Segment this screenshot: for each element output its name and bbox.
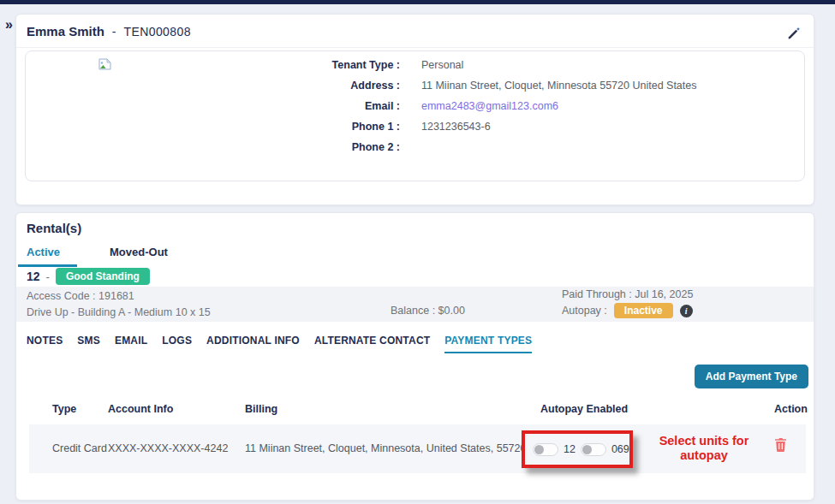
info-row-tenant-type: Tenant Type : Personal bbox=[26, 59, 804, 80]
unit-access-info: Access Code : 191681 Drive Up - Building… bbox=[27, 288, 211, 321]
tab-moved-out[interactable]: Moved-Out bbox=[110, 246, 168, 267]
top-navbar bbox=[0, 0, 835, 4]
add-payment-type-button[interactable]: Add Payment Type bbox=[695, 365, 808, 388]
info-icon[interactable]: i bbox=[680, 305, 693, 317]
tenant-id: TEN000808 bbox=[124, 25, 191, 39]
tab-active-rentals[interactable]: Active bbox=[18, 246, 77, 267]
collapse-sidebar-icon[interactable]: » bbox=[5, 17, 13, 33]
autopay-label: Autopay : bbox=[562, 305, 607, 317]
annotation-line2: autopay bbox=[647, 448, 760, 463]
unit-description: Drive Up - Building A - Medium 10 x 15 bbox=[27, 305, 211, 321]
good-standing-badge: Good Standing bbox=[56, 268, 150, 285]
payment-type-cell: Credit Card bbox=[52, 442, 107, 454]
tab-notes[interactable]: NOTES bbox=[27, 335, 63, 353]
detail-tabs: NOTES SMS EMAIL LOGS ADDITIONAL INFO ALT… bbox=[27, 335, 532, 353]
header-divider bbox=[16, 47, 814, 48]
tab-payment-types[interactable]: PAYMENT TYPES bbox=[444, 335, 532, 353]
autopay-toggle-unit-069[interactable] bbox=[581, 443, 606, 456]
tenant-name-separator: - bbox=[112, 25, 116, 39]
paid-through: Paid Through : Jul 16, 2025 bbox=[562, 288, 693, 300]
tenant-info-rows: Tenant Type : Personal Address : 11 Miin… bbox=[26, 59, 804, 162]
account-info-cell: XXXX-XXXX-XXXX-4242 bbox=[108, 442, 228, 454]
unit-summary-row: 12 - Good Standing bbox=[27, 268, 150, 285]
address-label: Address : bbox=[26, 80, 400, 92]
tenant-type-label: Tenant Type : bbox=[26, 59, 400, 71]
rentals-title: Rental(s) bbox=[27, 221, 81, 235]
tab-logs[interactable]: LOGS bbox=[162, 335, 192, 353]
autopay-toggle-unit-12[interactable] bbox=[533, 443, 558, 456]
column-header-action: Action bbox=[774, 403, 808, 415]
tenant-header: Emma Smith - TEN000808 bbox=[27, 24, 191, 39]
toggle-label-unit-12: 12 bbox=[564, 443, 576, 455]
unit-number-dash: - bbox=[46, 270, 50, 283]
autopay-status-row: Autopay : Inactive i bbox=[562, 303, 693, 318]
column-header-type: Type bbox=[52, 403, 76, 415]
rentals-card: Rental(s) Active Moved-Out 12 - Good Sta… bbox=[15, 212, 814, 501]
unit-number: 12 bbox=[27, 270, 40, 283]
toggle-label-unit-069: 069 bbox=[611, 443, 629, 455]
column-header-account-info: Account Info bbox=[108, 403, 173, 415]
tab-sms[interactable]: SMS bbox=[77, 335, 100, 353]
unit-balance: Balance : $0.00 bbox=[391, 305, 465, 317]
tenant-type-value: Personal bbox=[421, 59, 463, 71]
tab-email[interactable]: EMAIL bbox=[115, 335, 147, 353]
info-row-email: Email : emma2483@gmail123.com6 bbox=[26, 100, 804, 121]
info-row-phone1: Phone 1 : 1231236543-6 bbox=[26, 121, 804, 141]
access-code: Access Code : 191681 bbox=[27, 288, 211, 305]
tab-additional-info[interactable]: ADDITIONAL INFO bbox=[206, 335, 300, 353]
billing-address-cell: 11 Miinan Street, Cloquet, Minnesota, Un… bbox=[245, 442, 526, 454]
tenant-detail-page: » Emma Smith - TEN000808 Tenant Type : P… bbox=[0, 0, 835, 504]
annotation-line1: Select units for bbox=[647, 434, 760, 448]
delete-payment-type-trash-icon[interactable] bbox=[774, 437, 788, 452]
info-row-phone2: Phone 2 : bbox=[26, 141, 804, 162]
annotation-highlight-box: 12 069 bbox=[522, 430, 633, 468]
tab-alternate-contact[interactable]: ALTERNATE CONTACT bbox=[314, 335, 430, 353]
edit-tenant-pencil-icon[interactable] bbox=[786, 26, 802, 41]
column-header-billing: Billing bbox=[245, 403, 277, 415]
tenant-info-box: Tenant Type : Personal Address : 11 Miin… bbox=[25, 50, 805, 181]
phone2-label: Phone 2 : bbox=[26, 141, 400, 153]
column-header-autopay-enabled: Autopay Enabled bbox=[540, 403, 628, 415]
autopay-inactive-badge: Inactive bbox=[614, 303, 673, 318]
unit-details-panel: Access Code : 191681 Drive Up - Building… bbox=[16, 287, 814, 322]
email-label: Email : bbox=[26, 100, 400, 112]
rentals-tabs: Active Moved-Out bbox=[27, 246, 168, 267]
annotation-text: Select units for autopay bbox=[647, 434, 760, 463]
info-row-address: Address : 11 Miinan Street, Cloquet, Min… bbox=[26, 80, 804, 100]
phone1-value: 1231236543-6 bbox=[421, 121, 491, 133]
address-value: 11 Miinan Street, Cloquet, Minnesota 557… bbox=[421, 80, 697, 92]
email-link[interactable]: emma2483@gmail123.com6 bbox=[421, 100, 558, 112]
tenant-name: Emma Smith bbox=[27, 24, 104, 39]
tenant-card: Emma Smith - TEN000808 Tenant Type : Per… bbox=[15, 14, 814, 205]
phone1-label: Phone 1 : bbox=[26, 121, 400, 133]
